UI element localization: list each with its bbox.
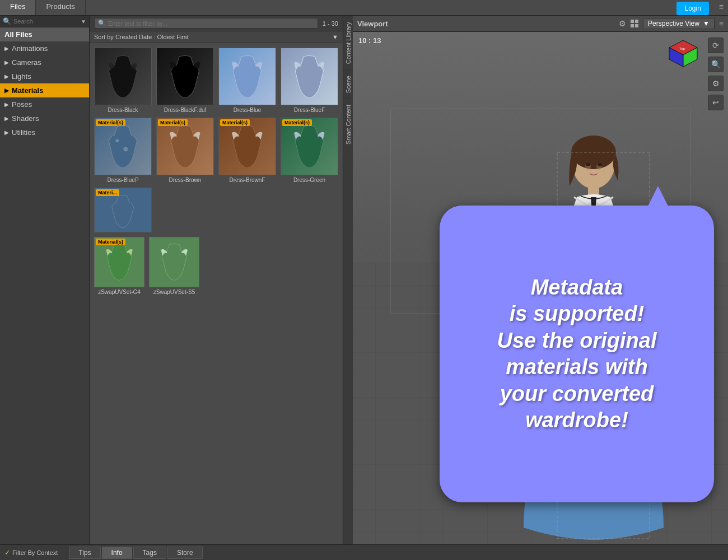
arrow-icon: ▶: [4, 73, 9, 80]
svg-point-1: [124, 147, 128, 152]
thumb-item-dress-blue[interactable]: Dress-Blue: [218, 48, 276, 113]
viewport-menu-icon[interactable]: ≡: [719, 19, 724, 28]
viewport-header: Viewport ⚙ Perspective View ▼ ≡: [353, 16, 728, 32]
arrow-icon: ▶: [4, 129, 9, 136]
search-dropdown-icon[interactable]: ▼: [81, 18, 86, 25]
viewport-title: Viewport: [357, 20, 388, 28]
thumb-label: Dress-BrownF: [230, 177, 265, 183]
viewport-toolbar: ⟳ 🔍 ⚙ ↩: [708, 38, 724, 110]
svg-text:Top: Top: [679, 47, 685, 50]
nav-section: All Files ▶ Animations ▶ Cameras ▶ Light…: [0, 27, 89, 544]
thumb-img-dress-bluef: [281, 48, 338, 105]
tab-scene[interactable]: Scene: [343, 69, 353, 99]
thumb-item-dress-black[interactable]: Dress-Black: [94, 48, 152, 113]
view-grid-icon[interactable]: [631, 20, 638, 27]
thumb-item-dress-bluef[interactable]: Dress-BlueF: [281, 48, 338, 113]
page-count: 1 - 30: [323, 20, 338, 27]
login-button[interactable]: Login: [676, 2, 708, 15]
thumb-label: zSwapUVSet-S5: [153, 289, 195, 295]
svg-point-0: [115, 139, 119, 142]
thumb-img-dress-bluep: Material(s): [94, 118, 152, 175]
bottom-bar: ✓ Filter By Context Tips Info Tags Store: [0, 544, 728, 560]
checkmark-icon: ✓: [4, 549, 10, 557]
material-badge: Material(s): [96, 239, 125, 245]
sidebar-item-shaders[interactable]: ▶ Shaders: [0, 111, 89, 125]
arrow-icon: ▶: [4, 115, 9, 122]
thumb-item-partial[interactable]: Materi...: [94, 188, 152, 232]
material-badge: Material(s): [158, 119, 188, 126]
thumbnail-row3-partial: Materi...: [94, 188, 338, 232]
tab-tips[interactable]: Tips: [69, 547, 100, 559]
bottom-thumb-img-g4: Material(s): [94, 237, 144, 287]
sidebar-item-label: Shaders: [12, 114, 39, 123]
thumb-img-dress-blackf: [156, 48, 214, 105]
material-badge: Material(s): [282, 119, 312, 126]
material-badge: Material(s): [220, 119, 250, 126]
thumb-item-dress-brown[interactable]: Material(s) Dress-Brown: [156, 118, 214, 183]
thumb-item-dress-brownf[interactable]: Material(s) Dress-BrownF: [218, 118, 276, 183]
perspective-view-selector[interactable]: Perspective View ▼: [643, 18, 715, 29]
bottom-thumb-g4[interactable]: Material(s) zSwapUVSet-G4: [94, 237, 144, 295]
tab-tags[interactable]: Tags: [133, 547, 166, 559]
sidebar-item-all-files[interactable]: All Files: [0, 27, 89, 41]
thumb-label: Dress-BlackF.duf: [164, 107, 207, 113]
sidebar-item-cameras[interactable]: ▶ Cameras: [0, 55, 89, 69]
tab-content-library[interactable]: Content Library: [343, 16, 353, 69]
filter-search-bar: 🔍: [94, 18, 318, 29]
cube-nav[interactable]: Top: [666, 38, 700, 71]
tool-settings[interactable]: ⚙: [708, 76, 724, 91]
tab-info[interactable]: Info: [102, 547, 132, 559]
tool-orbit[interactable]: ⟳: [708, 38, 724, 53]
thumb-img-dress-green: Material(s): [281, 118, 338, 175]
perspective-dropdown-icon: ▼: [703, 20, 710, 27]
tab-smart-content[interactable]: Smart Content: [343, 99, 353, 150]
tool-reset[interactable]: ↩: [708, 95, 724, 110]
sidebar-item-label: Materials: [12, 86, 43, 95]
tab-files[interactable]: Files: [0, 0, 36, 15]
menu-icon[interactable]: ≡: [715, 0, 728, 15]
bottom-thumbs: Material(s) zSwapUVSet-G4: [94, 237, 338, 295]
filter-search-input[interactable]: [108, 20, 314, 27]
bottom-thumb-s5[interactable]: zSwapUVSet-S5: [149, 237, 199, 295]
thumb-label: Dress-BlueF: [294, 107, 325, 113]
thumb-item-dress-blackf[interactable]: Dress-BlackF.duf: [156, 48, 214, 113]
tab-store[interactable]: Store: [167, 547, 203, 559]
left-panel: 🔍 ▼ All Files ▶ Animations ▶ Cameras ▶ L…: [0, 16, 90, 544]
tool-zoom[interactable]: 🔍: [708, 57, 724, 72]
search-input[interactable]: [13, 18, 81, 25]
grid-area: Dress-Black Dress-BlackF.duf: [90, 43, 343, 544]
viewport-timestamp: 10 : 13: [358, 36, 381, 45]
thumb-label: Dress-Blue: [234, 107, 261, 113]
arrow-icon: ▶: [4, 59, 9, 66]
viewport-options-icon[interactable]: ⚙: [619, 19, 626, 28]
arrow-icon: ▶: [4, 101, 9, 108]
sidebar-item-animations[interactable]: ▶ Animations: [0, 41, 89, 55]
filter-context-label: Filter By Context: [12, 549, 58, 556]
speech-bubble: Metadata is supported! Use the original …: [440, 206, 714, 502]
top-bar: Files Products Login ≡: [0, 0, 728, 16]
arrow-icon: ▶: [4, 45, 9, 52]
material-badge: Materi...: [96, 189, 119, 196]
svg-point-36: [598, 163, 602, 166]
sort-dropdown-icon[interactable]: ▼: [332, 34, 338, 40]
sidebar-item-materials[interactable]: ▶ Materials: [0, 83, 89, 97]
sidebar-item-poses[interactable]: ▶ Poses: [0, 97, 89, 111]
thumb-item-dress-green[interactable]: Material(s) Dress-Green: [281, 118, 338, 183]
svg-point-35: [586, 163, 590, 166]
thumb-label: Dress-BlueP: [107, 177, 138, 183]
viewport-header-right: ⚙ Perspective View ▼ ≡: [619, 18, 724, 29]
sort-label: Sort by Created Date : Oldest First: [94, 34, 189, 40]
material-badge: Material(s): [96, 119, 125, 126]
thumb-img-dress-brown: Material(s): [156, 118, 214, 175]
bottom-left: ✓ Filter By Context: [4, 549, 58, 557]
speech-bubble-text: Metadata is supported! Use the original …: [480, 263, 673, 445]
sort-bar: Sort by Created Date : Oldest First ▼: [90, 31, 343, 43]
content-header: 🔍 1 - 30: [90, 16, 343, 31]
thumb-item-dress-bluep[interactable]: Material(s) Dress-BlueP: [94, 118, 152, 183]
sidebar-item-label: Cameras: [12, 58, 41, 67]
sidebar-item-lights[interactable]: ▶ Lights: [0, 69, 89, 83]
sidebar-item-label: Animations: [12, 44, 48, 53]
bottom-tabs: Tips Info Tags Store: [69, 547, 202, 559]
sidebar-item-utilities[interactable]: ▶ Utilities: [0, 125, 89, 139]
tab-products[interactable]: Products: [36, 0, 85, 15]
